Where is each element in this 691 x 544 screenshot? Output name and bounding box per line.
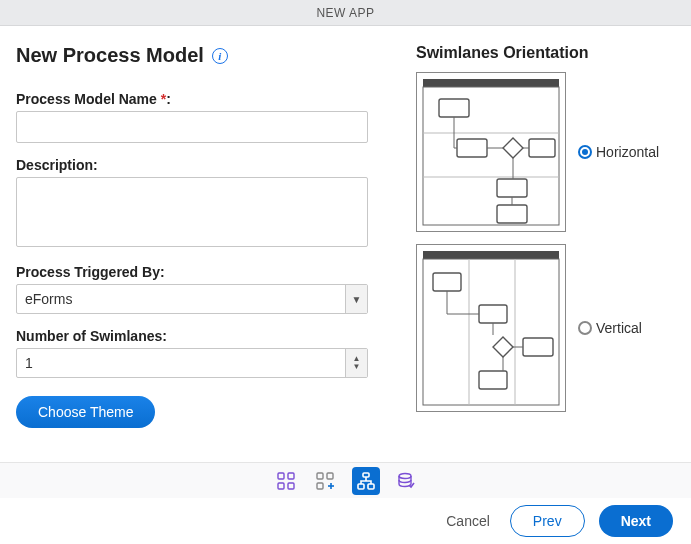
- swimlanes-label: Number of Swimlanes:: [16, 328, 386, 344]
- svg-rect-7: [529, 139, 555, 157]
- radio-dot-icon: [578, 321, 592, 335]
- wizard-stepper: [0, 462, 691, 498]
- svg-marker-6: [503, 138, 523, 158]
- svg-rect-23: [317, 473, 323, 479]
- description-label: Description:: [16, 157, 386, 173]
- svg-rect-15: [479, 305, 507, 323]
- footer-actions: Cancel Prev Next: [0, 498, 691, 544]
- svg-rect-24: [327, 473, 333, 479]
- svg-rect-10: [423, 251, 559, 259]
- trigger-value: eForms: [17, 285, 345, 313]
- svg-rect-25: [317, 483, 323, 489]
- svg-rect-0: [423, 79, 559, 87]
- trigger-select[interactable]: eForms ▼: [16, 284, 368, 314]
- step-apps-icon[interactable]: [272, 467, 300, 495]
- svg-rect-29: [358, 484, 364, 489]
- svg-rect-20: [288, 473, 294, 479]
- window-header: NEW APP: [0, 0, 691, 26]
- step-model-icon[interactable]: [352, 467, 380, 495]
- prev-button[interactable]: Prev: [510, 505, 585, 537]
- svg-rect-5: [457, 139, 487, 157]
- radio-vertical-label: Vertical: [596, 320, 642, 336]
- swimlanes-stepper[interactable]: 1 ▲ ▼: [16, 348, 368, 378]
- trigger-label: Process Triggered By:: [16, 264, 386, 280]
- svg-rect-19: [278, 473, 284, 479]
- name-label: Process Model Name *:: [16, 91, 386, 107]
- svg-rect-22: [288, 483, 294, 489]
- cancel-button[interactable]: Cancel: [440, 512, 496, 530]
- svg-rect-4: [439, 99, 469, 117]
- description-input[interactable]: [16, 177, 368, 247]
- svg-rect-30: [368, 484, 374, 489]
- stepper-buttons[interactable]: ▲ ▼: [345, 349, 367, 377]
- svg-rect-18: [479, 371, 507, 389]
- svg-rect-8: [497, 179, 527, 197]
- horizontal-preview[interactable]: [416, 72, 566, 232]
- radio-horizontal[interactable]: Horizontal: [578, 144, 659, 160]
- page-title: New Process Model i: [16, 44, 386, 67]
- svg-rect-21: [278, 483, 284, 489]
- step-data-icon[interactable]: [392, 467, 420, 495]
- next-button[interactable]: Next: [599, 505, 673, 537]
- name-input[interactable]: [16, 111, 368, 143]
- svg-rect-14: [433, 273, 461, 291]
- step-add-icon[interactable]: [312, 467, 340, 495]
- stepper-down-icon[interactable]: ▼: [353, 363, 361, 371]
- radio-vertical[interactable]: Vertical: [578, 320, 642, 336]
- orientation-title: Swimlanes Orientation: [416, 44, 675, 62]
- svg-rect-9: [497, 205, 527, 223]
- vertical-preview[interactable]: [416, 244, 566, 412]
- info-icon[interactable]: i: [212, 48, 228, 64]
- svg-marker-16: [493, 337, 513, 357]
- swimlanes-value: 1: [17, 349, 345, 377]
- chevron-down-icon[interactable]: ▼: [345, 285, 367, 313]
- radio-dot-icon: [578, 145, 592, 159]
- choose-theme-button[interactable]: Choose Theme: [16, 396, 155, 428]
- svg-rect-17: [523, 338, 553, 356]
- svg-rect-28: [363, 473, 369, 477]
- radio-horizontal-label: Horizontal: [596, 144, 659, 160]
- header-title: NEW APP: [316, 6, 374, 20]
- page-title-text: New Process Model: [16, 44, 204, 67]
- svg-point-31: [399, 473, 411, 478]
